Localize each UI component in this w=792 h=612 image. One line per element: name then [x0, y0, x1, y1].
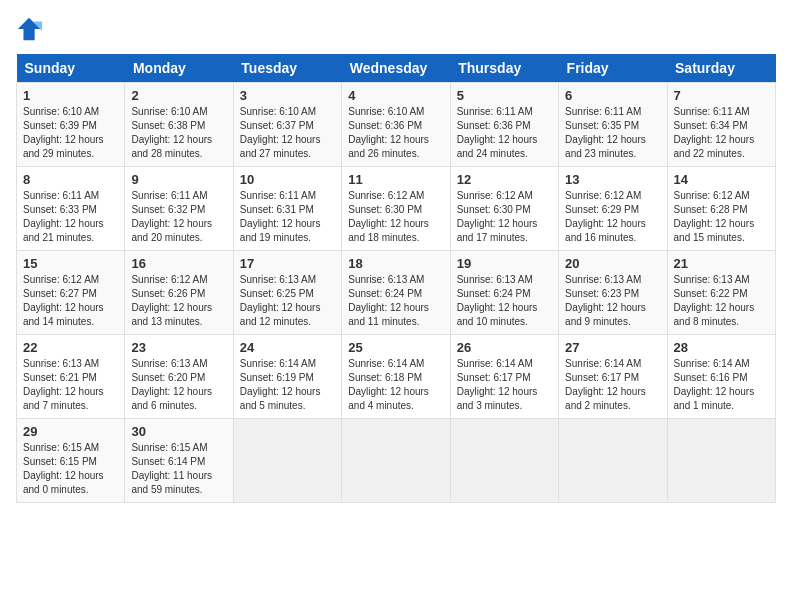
day-number: 22	[23, 340, 118, 355]
day-number: 27	[565, 340, 660, 355]
calendar-cell: 19 Sunrise: 6:13 AMSunset: 6:24 PMDaylig…	[450, 251, 558, 335]
day-number: 16	[131, 256, 226, 271]
cell-info: Sunrise: 6:11 AMSunset: 6:33 PMDaylight:…	[23, 189, 118, 245]
cell-info: Sunrise: 6:13 AMSunset: 6:22 PMDaylight:…	[674, 273, 769, 329]
day-number: 7	[674, 88, 769, 103]
cell-info: Sunrise: 6:11 AMSunset: 6:35 PMDaylight:…	[565, 105, 660, 161]
day-number: 17	[240, 256, 335, 271]
calendar-cell: 16 Sunrise: 6:12 AMSunset: 6:26 PMDaylig…	[125, 251, 233, 335]
calendar-table: SundayMondayTuesdayWednesdayThursdayFrid…	[16, 54, 776, 503]
calendar-cell: 9 Sunrise: 6:11 AMSunset: 6:32 PMDayligh…	[125, 167, 233, 251]
day-number: 21	[674, 256, 769, 271]
calendar-cell: 29 Sunrise: 6:15 AMSunset: 6:15 PMDaylig…	[17, 419, 125, 503]
calendar-cell	[342, 419, 450, 503]
week-row-2: 8 Sunrise: 6:11 AMSunset: 6:33 PMDayligh…	[17, 167, 776, 251]
cell-info: Sunrise: 6:14 AMSunset: 6:17 PMDaylight:…	[565, 357, 660, 413]
cell-info: Sunrise: 6:14 AMSunset: 6:18 PMDaylight:…	[348, 357, 443, 413]
calendar-cell: 30 Sunrise: 6:15 AMSunset: 6:14 PMDaylig…	[125, 419, 233, 503]
day-number: 25	[348, 340, 443, 355]
calendar-cell: 8 Sunrise: 6:11 AMSunset: 6:33 PMDayligh…	[17, 167, 125, 251]
day-number: 3	[240, 88, 335, 103]
calendar-cell: 4 Sunrise: 6:10 AMSunset: 6:36 PMDayligh…	[342, 83, 450, 167]
calendar-cell: 14 Sunrise: 6:12 AMSunset: 6:28 PMDaylig…	[667, 167, 775, 251]
cell-info: Sunrise: 6:13 AMSunset: 6:24 PMDaylight:…	[348, 273, 443, 329]
calendar-cell: 11 Sunrise: 6:12 AMSunset: 6:30 PMDaylig…	[342, 167, 450, 251]
calendar-cell	[559, 419, 667, 503]
day-number: 18	[348, 256, 443, 271]
day-number: 30	[131, 424, 226, 439]
column-header-friday: Friday	[559, 54, 667, 83]
calendar-cell	[233, 419, 341, 503]
calendar-cell: 13 Sunrise: 6:12 AMSunset: 6:29 PMDaylig…	[559, 167, 667, 251]
calendar-cell: 6 Sunrise: 6:11 AMSunset: 6:35 PMDayligh…	[559, 83, 667, 167]
calendar-cell: 12 Sunrise: 6:12 AMSunset: 6:30 PMDaylig…	[450, 167, 558, 251]
day-number: 2	[131, 88, 226, 103]
cell-info: Sunrise: 6:12 AMSunset: 6:26 PMDaylight:…	[131, 273, 226, 329]
day-number: 14	[674, 172, 769, 187]
calendar-cell: 5 Sunrise: 6:11 AMSunset: 6:36 PMDayligh…	[450, 83, 558, 167]
day-number: 26	[457, 340, 552, 355]
day-number: 23	[131, 340, 226, 355]
calendar-cell: 20 Sunrise: 6:13 AMSunset: 6:23 PMDaylig…	[559, 251, 667, 335]
day-number: 20	[565, 256, 660, 271]
cell-info: Sunrise: 6:12 AMSunset: 6:29 PMDaylight:…	[565, 189, 660, 245]
cell-info: Sunrise: 6:14 AMSunset: 6:19 PMDaylight:…	[240, 357, 335, 413]
column-header-saturday: Saturday	[667, 54, 775, 83]
day-number: 12	[457, 172, 552, 187]
calendar-cell: 22 Sunrise: 6:13 AMSunset: 6:21 PMDaylig…	[17, 335, 125, 419]
day-number: 1	[23, 88, 118, 103]
cell-info: Sunrise: 6:12 AMSunset: 6:30 PMDaylight:…	[457, 189, 552, 245]
cell-info: Sunrise: 6:10 AMSunset: 6:36 PMDaylight:…	[348, 105, 443, 161]
day-number: 10	[240, 172, 335, 187]
cell-info: Sunrise: 6:11 AMSunset: 6:32 PMDaylight:…	[131, 189, 226, 245]
svg-marker-0	[18, 18, 40, 40]
calendar-cell: 3 Sunrise: 6:10 AMSunset: 6:37 PMDayligh…	[233, 83, 341, 167]
calendar-cell: 17 Sunrise: 6:13 AMSunset: 6:25 PMDaylig…	[233, 251, 341, 335]
calendar-cell: 28 Sunrise: 6:14 AMSunset: 6:16 PMDaylig…	[667, 335, 775, 419]
day-number: 9	[131, 172, 226, 187]
day-number: 28	[674, 340, 769, 355]
week-row-4: 22 Sunrise: 6:13 AMSunset: 6:21 PMDaylig…	[17, 335, 776, 419]
day-number: 24	[240, 340, 335, 355]
week-row-5: 29 Sunrise: 6:15 AMSunset: 6:15 PMDaylig…	[17, 419, 776, 503]
cell-info: Sunrise: 6:11 AMSunset: 6:34 PMDaylight:…	[674, 105, 769, 161]
cell-info: Sunrise: 6:14 AMSunset: 6:16 PMDaylight:…	[674, 357, 769, 413]
calendar-body: 1 Sunrise: 6:10 AMSunset: 6:39 PMDayligh…	[17, 83, 776, 503]
cell-info: Sunrise: 6:12 AMSunset: 6:28 PMDaylight:…	[674, 189, 769, 245]
calendar-cell: 21 Sunrise: 6:13 AMSunset: 6:22 PMDaylig…	[667, 251, 775, 335]
week-row-3: 15 Sunrise: 6:12 AMSunset: 6:27 PMDaylig…	[17, 251, 776, 335]
cell-info: Sunrise: 6:11 AMSunset: 6:36 PMDaylight:…	[457, 105, 552, 161]
day-number: 4	[348, 88, 443, 103]
calendar-header: SundayMondayTuesdayWednesdayThursdayFrid…	[17, 54, 776, 83]
day-number: 11	[348, 172, 443, 187]
cell-info: Sunrise: 6:14 AMSunset: 6:17 PMDaylight:…	[457, 357, 552, 413]
calendar-cell: 27 Sunrise: 6:14 AMSunset: 6:17 PMDaylig…	[559, 335, 667, 419]
calendar-cell: 10 Sunrise: 6:11 AMSunset: 6:31 PMDaylig…	[233, 167, 341, 251]
cell-info: Sunrise: 6:12 AMSunset: 6:27 PMDaylight:…	[23, 273, 118, 329]
cell-info: Sunrise: 6:13 AMSunset: 6:24 PMDaylight:…	[457, 273, 552, 329]
header	[16, 16, 776, 44]
logo-icon	[16, 16, 44, 44]
cell-info: Sunrise: 6:10 AMSunset: 6:38 PMDaylight:…	[131, 105, 226, 161]
day-number: 19	[457, 256, 552, 271]
calendar-cell: 2 Sunrise: 6:10 AMSunset: 6:38 PMDayligh…	[125, 83, 233, 167]
cell-info: Sunrise: 6:13 AMSunset: 6:23 PMDaylight:…	[565, 273, 660, 329]
logo	[16, 16, 48, 44]
cell-info: Sunrise: 6:10 AMSunset: 6:39 PMDaylight:…	[23, 105, 118, 161]
column-header-monday: Monday	[125, 54, 233, 83]
calendar-cell: 15 Sunrise: 6:12 AMSunset: 6:27 PMDaylig…	[17, 251, 125, 335]
calendar-cell	[450, 419, 558, 503]
cell-info: Sunrise: 6:15 AMSunset: 6:15 PMDaylight:…	[23, 441, 118, 497]
day-number: 15	[23, 256, 118, 271]
column-header-tuesday: Tuesday	[233, 54, 341, 83]
day-number: 5	[457, 88, 552, 103]
calendar-cell: 7 Sunrise: 6:11 AMSunset: 6:34 PMDayligh…	[667, 83, 775, 167]
column-header-sunday: Sunday	[17, 54, 125, 83]
cell-info: Sunrise: 6:10 AMSunset: 6:37 PMDaylight:…	[240, 105, 335, 161]
day-number: 8	[23, 172, 118, 187]
calendar-cell: 18 Sunrise: 6:13 AMSunset: 6:24 PMDaylig…	[342, 251, 450, 335]
day-number: 13	[565, 172, 660, 187]
day-number: 6	[565, 88, 660, 103]
calendar-cell	[667, 419, 775, 503]
cell-info: Sunrise: 6:11 AMSunset: 6:31 PMDaylight:…	[240, 189, 335, 245]
